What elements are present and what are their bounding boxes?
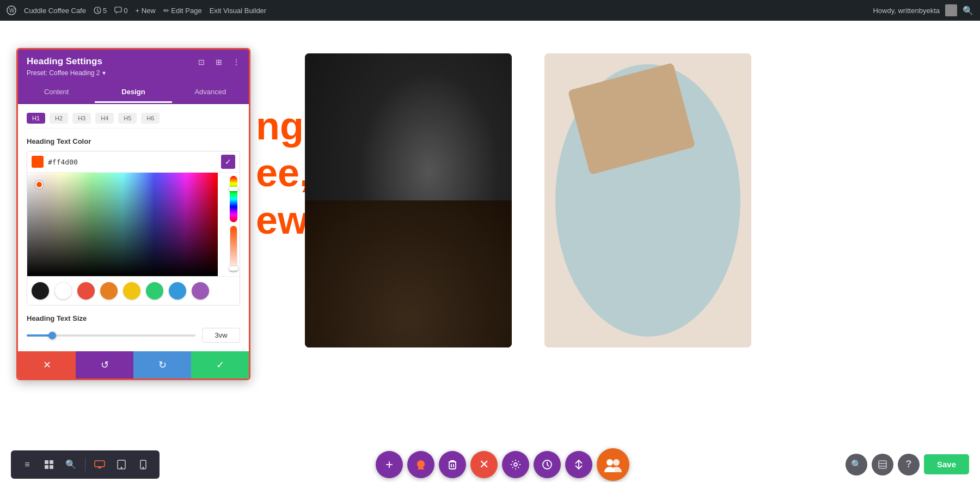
edit-page-link[interactable]: ✏ Edit Page [163,7,202,15]
comments-count[interactable]: 0 [114,7,127,15]
panel-tabs: Content Design Advanced [18,82,249,104]
size-slider[interactable] [27,334,195,337]
panel-preset[interactable]: Preset: Coffee Heading 2 ▾ [27,69,240,77]
toolbar-search-icon[interactable]: 🔍 [61,455,81,474]
svg-rect-22 [879,461,886,468]
hue-slider-handle [229,187,238,191]
new-button[interactable]: + New [135,7,155,15]
alpha-slider-handle [229,266,238,271]
black-overlay [27,173,218,276]
panel-columns-icon[interactable]: ⊞ [213,56,225,68]
add-module-button[interactable]: + [376,451,403,478]
panel-body: H1 H2 H3 H4 H5 H6 Heading Text Color ✓ [18,104,249,351]
svg-text:W: W [9,8,15,14]
site-name[interactable]: Cuddle Coffee Cafe [24,7,86,15]
alpha-slider[interactable] [230,225,237,273]
svg-rect-9 [98,467,101,468]
close-button[interactable]: ✕ [470,451,498,478]
svg-point-13 [143,467,144,468]
color-picker[interactable]: ✓ [27,151,240,306]
gradient-area[interactable] [27,173,240,276]
preset-color-purple[interactable] [192,282,209,300]
svg-rect-6 [45,465,48,469]
preset-color-yellow[interactable] [123,282,140,300]
size-slider-thumb [48,332,56,339]
sub-option-h4[interactable]: H4 [95,113,114,124]
svg-rect-14 [449,462,456,469]
bottom-toolbar: ≡ 🔍 + ✕ [0,447,980,482]
save-button-main[interactable]: Save [924,454,969,474]
community-button[interactable] [597,448,629,481]
panel-expand-icon[interactable]: ⊡ [195,56,207,68]
hex-confirm-button[interactable]: ✓ [221,155,235,169]
svg-rect-3 [115,7,121,12]
sub-option-h5[interactable]: H5 [118,113,137,124]
preset-color-black[interactable] [32,282,49,300]
redo-button[interactable]: ↻ [133,351,191,379]
color-section-label: Heading Text Color [27,137,240,145]
preset-color-blue[interactable] [169,282,186,300]
preset-colors-row [27,276,240,305]
size-label: Heading Text Size [27,314,240,322]
toolbar-center: + ✕ [376,448,629,481]
settings-panel: Heading Settings Preset: Coffee Heading … [16,48,250,380]
svg-rect-8 [95,461,105,467]
tab-design[interactable]: Design [95,82,171,103]
cancel-button[interactable]: ✕ [18,351,76,379]
svg-point-17 [514,463,517,466]
svg-rect-4 [45,460,48,464]
tab-content[interactable]: Content [18,82,95,103]
responsive-button[interactable] [565,451,592,478]
undo-button[interactable]: ↺ [76,351,133,379]
sub-option-h3[interactable]: H3 [72,113,91,124]
help-icon[interactable]: ? [898,454,920,475]
history-button[interactable] [534,451,561,478]
toolbar-desktop-icon[interactable] [90,455,109,474]
sub-option-h6[interactable]: H6 [141,113,160,124]
svg-point-21 [613,459,620,466]
trash-button[interactable] [439,451,466,478]
layers-icon[interactable] [872,454,893,475]
toolbar-left: ≡ 🔍 [11,450,160,479]
panel-more-icon[interactable]: ⋮ [230,56,242,68]
sliders-area [230,176,237,273]
size-input[interactable] [202,328,240,343]
exit-builder-link[interactable]: Exit Visual Builder [210,7,267,15]
toolbar-tablet-icon[interactable] [112,455,131,474]
wp-logo[interactable]: W [7,5,16,15]
sub-options-row: H1 H2 H3 H4 H5 H6 [27,113,240,129]
search-right-icon[interactable]: 🔍 [846,454,867,475]
revisions-count[interactable]: 5 [94,7,107,15]
sub-option-h2[interactable]: H2 [50,113,68,124]
tab-advanced[interactable]: Advanced [172,82,249,103]
svg-point-11 [121,467,122,468]
preset-color-red[interactable] [77,282,95,300]
panel-header-icons: ⊡ ⊞ ⋮ [195,56,242,68]
preset-color-orange[interactable] [100,282,118,300]
admin-search-icon[interactable]: 🔍 [963,5,973,16]
divi-button[interactable] [407,451,434,478]
color-selector-handle[interactable] [35,181,43,188]
toolbar-divider [85,458,85,471]
toolbar-grid-icon[interactable] [39,455,59,474]
save-button[interactable]: ✓ [191,351,249,379]
howdy-text: Howdy, writtenbyekta [873,7,940,15]
toolbar-mobile-icon[interactable] [133,455,153,474]
toolbar-menu-icon[interactable]: ≡ [17,455,37,474]
hue-slider[interactable] [230,176,237,222]
toast-image [544,53,751,347]
preset-color-white[interactable] [54,282,72,300]
toolbar-right: 🔍 ? Save [846,454,969,475]
svg-point-20 [607,459,613,466]
hex-input[interactable] [48,158,217,166]
preset-color-green[interactable] [146,282,163,300]
hex-row: ✓ [27,151,240,173]
user-avatar[interactable] [945,4,957,16]
panel-footer: ✕ ↺ ↻ ✓ [18,351,249,379]
color-swatch [32,156,44,168]
gear-button[interactable] [502,451,529,478]
main-canvas: ng ee, ew. Heading Settings Preset: Coff… [0,21,980,482]
hue-gradient [27,173,218,276]
sub-option-h1[interactable]: H1 [27,113,45,124]
size-row [27,328,240,343]
